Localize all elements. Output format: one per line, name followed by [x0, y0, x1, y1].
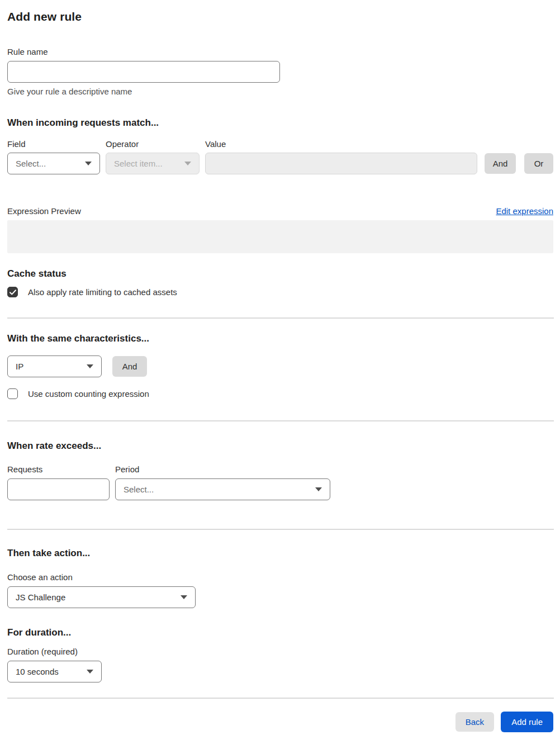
match-section: When incoming requests match... Field Se… [7, 117, 553, 253]
checkmark-icon [10, 290, 16, 295]
rate-row: Requests Period Select... [7, 464, 553, 500]
operator-column: Operator Select item... [106, 139, 200, 174]
expression-preview-box [7, 220, 553, 253]
divider [7, 529, 554, 530]
characteristic-select[interactable]: IP [7, 355, 102, 377]
duration-heading: For duration... [7, 627, 553, 638]
duration-section: For duration... Duration (required) 10 s… [7, 627, 553, 682]
value-input [205, 153, 477, 174]
custom-counting-checkbox[interactable] [7, 388, 18, 399]
rate-section: When rate exceeds... Requests Period Sel… [7, 440, 553, 500]
footer-actions: Back Add rule [7, 712, 553, 732]
period-select[interactable]: Select... [115, 478, 330, 500]
rule-name-group: Rule name Give your rule a descriptive n… [7, 47, 553, 96]
back-button[interactable]: Back [455, 712, 494, 732]
operator-select-value: Select item... [114, 159, 163, 168]
divider [7, 420, 554, 421]
page-title: Add new rule [7, 10, 553, 23]
cache-status-heading: Cache status [7, 268, 553, 279]
rule-name-input[interactable] [7, 61, 280, 83]
period-label: Period [115, 464, 330, 474]
action-select[interactable]: JS Challenge [7, 586, 196, 608]
add-rule-form: Add new rule Rule name Give your rule a … [0, 0, 560, 732]
field-select[interactable]: Select... [7, 153, 100, 174]
cache-status-section: Cache status Also apply rate limiting to… [7, 268, 553, 297]
action-select-value: JS Challenge [16, 592, 65, 602]
field-select-value: Select... [16, 159, 46, 168]
add-rule-button[interactable]: Add rule [501, 712, 553, 732]
requests-column: Requests [7, 464, 110, 500]
chevron-down-icon [87, 670, 93, 674]
action-heading: Then take action... [7, 548, 553, 559]
characteristics-row: IP And [7, 355, 553, 377]
custom-counting-checkbox-label[interactable]: Use custom counting expression [28, 389, 149, 399]
field-label: Field [7, 139, 100, 149]
chevron-down-icon [87, 364, 93, 368]
characteristics-and-button[interactable]: And [112, 356, 147, 377]
characteristics-heading: With the same characteristics... [7, 333, 553, 344]
expression-preview-row: Expression Preview Edit expression [7, 206, 553, 216]
field-column: Field Select... [7, 139, 100, 174]
period-select-value: Select... [124, 485, 154, 494]
characteristics-section: With the same characteristics... IP And … [7, 333, 553, 399]
rule-name-helper: Give your rule a descriptive name [7, 87, 553, 96]
cached-assets-checkbox[interactable] [7, 287, 18, 297]
characteristic-select-value: IP [16, 362, 23, 371]
chevron-down-icon [315, 487, 322, 491]
value-label: Value [205, 139, 477, 149]
duration-label: Duration (required) [7, 647, 553, 656]
requests-label: Requests [7, 464, 110, 474]
requests-input[interactable] [7, 478, 110, 500]
chevron-down-icon [184, 162, 191, 165]
custom-counting-checkbox-row: Use custom counting expression [7, 388, 553, 399]
chevron-down-icon [181, 595, 187, 599]
divider [7, 698, 554, 699]
match-row: Field Select... Operator Select item... … [7, 139, 553, 174]
duration-select[interactable]: 10 seconds [7, 661, 102, 682]
choose-action-label: Choose an action [7, 572, 553, 582]
operator-select: Select item... [106, 153, 200, 174]
duration-select-value: 10 seconds [16, 667, 59, 676]
value-column: Value [205, 139, 477, 174]
cached-assets-checkbox-label[interactable]: Also apply rate limiting to cached asset… [28, 287, 177, 297]
or-button[interactable]: Or [524, 153, 553, 174]
action-section: Then take action... Choose an action JS … [7, 548, 553, 608]
rule-name-label: Rule name [7, 47, 553, 56]
operator-label: Operator [106, 139, 200, 149]
cached-assets-checkbox-row: Also apply rate limiting to cached asset… [7, 287, 553, 297]
and-button[interactable]: And [485, 153, 516, 174]
chevron-down-icon [85, 162, 92, 165]
expression-preview-label: Expression Preview [7, 206, 81, 216]
period-column: Period Select... [115, 464, 330, 500]
rate-heading: When rate exceeds... [7, 440, 553, 452]
divider [7, 317, 554, 319]
edit-expression-link[interactable]: Edit expression [496, 206, 553, 216]
match-section-heading: When incoming requests match... [7, 117, 553, 129]
